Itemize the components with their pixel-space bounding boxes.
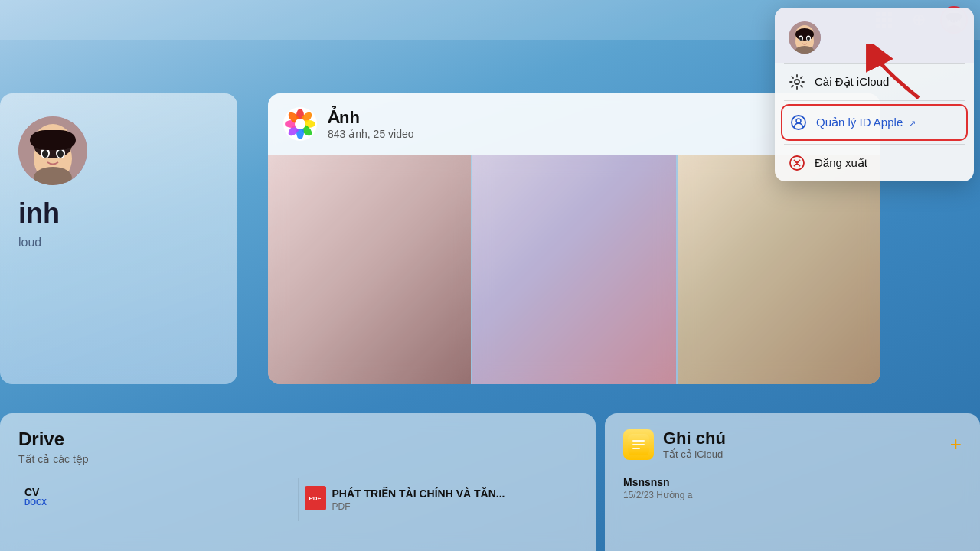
dropdown-logout-item[interactable]: Đăng xuất <box>775 145 974 181</box>
notes-icon <box>623 429 654 460</box>
notes-info: Ghi chú Tất cả iCloud <box>663 429 726 460</box>
notes-subtitle: Tất cả iCloud <box>663 448 726 460</box>
photos-grid <box>268 155 880 384</box>
photos-count: 843 ảnh, 25 video <box>328 128 414 140</box>
notes-item-1-meta: 15/2/23 Hướng a <box>623 490 962 500</box>
svg-point-44 <box>795 80 799 84</box>
svg-point-17 <box>57 150 64 158</box>
svg-rect-33 <box>632 448 640 449</box>
profile-name: inh <box>18 197 219 230</box>
dropdown-header <box>775 8 974 63</box>
notes-title-row: Ghi chú Tất cả iCloud <box>623 429 726 460</box>
dropdown-divider-2 <box>784 100 965 101</box>
notes-item-1[interactable]: Msnsnsn 15/2/23 Hướng a <box>623 468 962 508</box>
svg-point-29 <box>295 119 305 129</box>
settings-label: Cài Đặt iCloud <box>815 75 889 89</box>
photo-cell-3 <box>678 155 880 384</box>
photos-icon <box>283 107 317 141</box>
drive-file-1[interactable]: CV DOCX <box>18 478 298 521</box>
profile-card: inh loud <box>0 93 237 384</box>
logout-label: Đăng xuất <box>815 156 867 170</box>
drive-card[interactable]: Drive Tất cả các tệp CV DOCX PDF PHÁT TR… <box>0 413 596 551</box>
notes-icon-svg <box>628 434 649 455</box>
notes-item-1-name: Msnsnsn <box>623 476 962 488</box>
photo-cell-1 <box>268 155 471 384</box>
svg-point-42 <box>807 37 810 41</box>
svg-rect-18 <box>30 130 76 150</box>
profile-subtitle: loud <box>18 236 219 249</box>
photos-title: Ảnh <box>328 108 414 128</box>
svg-point-46 <box>796 119 801 123</box>
person-circle-icon <box>790 114 807 131</box>
drive-file-2[interactable]: PDF PHÁT TRIỂN TÀI CHÍNH VÀ TĂN... PDF <box>298 478 578 521</box>
notes-header: Ghi chú Tất cả iCloud + <box>623 429 962 460</box>
manage-apple-id-label: Quản lý ID Apple ↗ <box>816 116 916 129</box>
bottom-row: Drive Tất cả các tệp CV DOCX PDF PHÁT TR… <box>0 413 980 551</box>
notes-title: Ghi chú <box>663 429 726 448</box>
profile-avatar <box>18 116 87 185</box>
gear-icon <box>789 73 805 90</box>
pdf-icon: PDF <box>305 486 326 510</box>
x-circle-icon <box>789 155 805 171</box>
svg-rect-32 <box>632 444 645 445</box>
drive-file-1-type: DOCX <box>24 498 292 507</box>
photos-info: Ảnh 843 ảnh, 25 video <box>328 108 414 140</box>
notes-add-button[interactable]: + <box>950 432 962 456</box>
dropdown-avatar <box>789 21 821 54</box>
photo-cell-2 <box>472 155 675 384</box>
dropdown-settings-item[interactable]: Cài Đặt iCloud <box>775 64 974 100</box>
drive-subtitle: Tất cả các tệp <box>18 453 577 465</box>
drive-title: Drive <box>18 429 577 450</box>
dropdown-manage-apple-id-item[interactable]: Quản lý ID Apple ↗ <box>781 104 968 141</box>
external-link-icon: ↗ <box>909 119 916 128</box>
drive-files: CV DOCX PDF PHÁT TRIỂN TÀI CHÍNH VÀ TĂN.… <box>18 478 577 521</box>
drive-file-1-name: CV <box>24 486 292 498</box>
svg-point-41 <box>799 37 802 41</box>
drive-file-2-name: PHÁT TRIỂN TÀI CHÍNH VÀ TĂN... <box>332 487 505 500</box>
drive-file-2-type: PDF <box>332 501 505 512</box>
notes-card[interactable]: Ghi chú Tất cả iCloud + Msnsnsn 15/2/23 … <box>605 413 980 551</box>
svg-rect-31 <box>632 440 645 442</box>
profile-avatar-svg <box>18 116 87 185</box>
svg-rect-38 <box>795 28 814 41</box>
svg-point-16 <box>42 150 48 158</box>
dropdown-popup: Cài Đặt iCloud Quản lý ID Apple ↗ Đăng x… <box>775 8 974 181</box>
